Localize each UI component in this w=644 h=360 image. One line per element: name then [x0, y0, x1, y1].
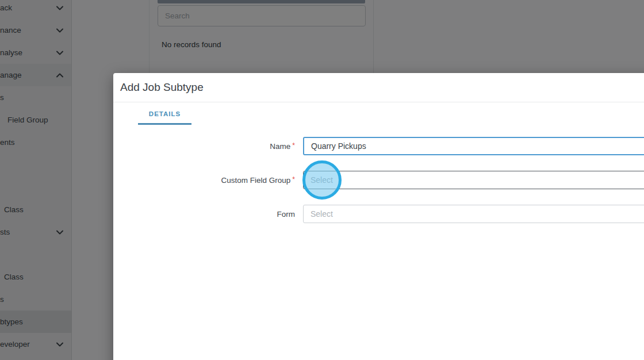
required-asterisk: *: [292, 175, 295, 183]
dialog-form: Name* Quarry Pickups Custom Field Group*…: [113, 137, 644, 223]
dialog-title: Add Job Subtype: [120, 81, 644, 94]
name-label: Name*: [113, 142, 303, 151]
name-input[interactable]: Quarry Pickups: [303, 137, 644, 155]
field-row-form: Form Select: [113, 205, 644, 223]
form-select[interactable]: Select: [303, 205, 644, 223]
field-row-name: Name* Quarry Pickups: [113, 137, 644, 155]
required-asterisk: *: [292, 141, 295, 150]
add-job-subtype-dialog: Add Job Subtype DETAILS Name* Quarry Pic…: [113, 73, 644, 360]
form-label: Form: [113, 210, 303, 219]
dialog-tabs: DETAILS: [113, 102, 644, 125]
custom-field-group-select[interactable]: Select: [303, 171, 644, 189]
custom-field-group-label: Custom Field Group*: [113, 176, 303, 185]
dialog-header: Add Job Subtype: [113, 73, 644, 102]
field-row-custom-field-group: Custom Field Group* Select: [113, 171, 644, 189]
tab-details[interactable]: DETAILS: [138, 102, 191, 125]
